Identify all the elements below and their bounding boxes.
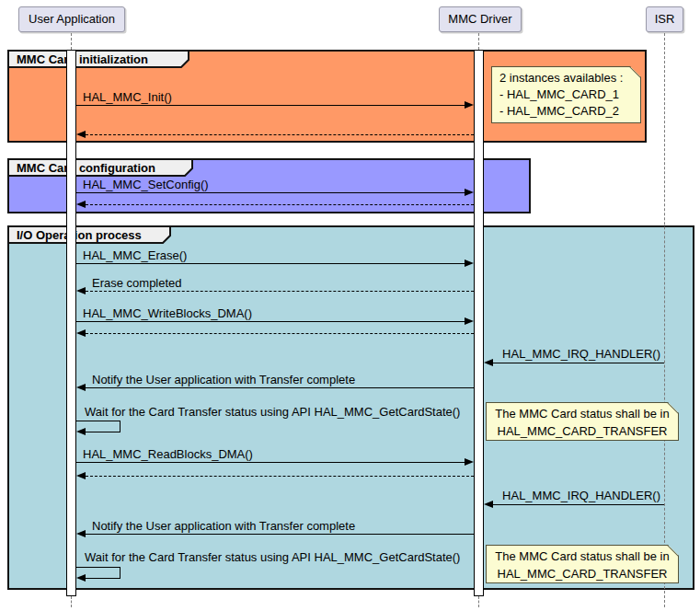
message-label: HAL_MMC_IRQ_HANDLER() — [493, 489, 660, 502]
message-label: HAL_MMC_IRQ_HANDLER() — [493, 347, 660, 361]
group-title-initialization: MMC Card initialization — [17, 52, 148, 66]
arrowhead — [465, 458, 474, 466]
participant-label: User Application — [29, 12, 115, 26]
lifeline-user-application-top — [71, 33, 72, 50]
activation-bar-user-application — [66, 50, 76, 596]
note-card-status-transfer-2: The MMC Card status shall be in HAL_MMC_… — [486, 545, 679, 583]
message-label: Wait for the Card Transfer status using … — [85, 405, 460, 419]
note-text: - HAL_MMC_CARD_2 — [499, 103, 633, 120]
participant-user-application: User Application — [18, 6, 125, 32]
message-label: Wait for the Card Transfer status using … — [85, 550, 460, 564]
lifeline-mmc-driver-bottom — [478, 596, 479, 607]
arrowhead — [76, 574, 86, 582]
message-line — [493, 504, 664, 505]
note-card-status-transfer-1: The MMC Card status shall be in HAL_MMC_… — [486, 402, 679, 441]
message-label: HAL_MMC_Erase() — [83, 248, 187, 262]
message-line — [76, 263, 465, 264]
arrowhead — [76, 201, 86, 208]
message-line — [86, 476, 474, 477]
message-line — [86, 534, 474, 535]
message-line — [493, 363, 664, 363]
message-label: HAL_MMC_WriteBlocks_DMA() — [83, 306, 252, 320]
participant-isr: ISR — [646, 6, 683, 32]
lifeline-isr — [664, 33, 665, 607]
sequence-diagram: MMC Card initialization MMC Card configu… — [0, 0, 700, 611]
self-message-side-line — [120, 567, 120, 578]
message-label: HAL_MMC_ReadBlocks_DMA() — [83, 447, 253, 461]
lifeline-user-application-bottom — [71, 596, 72, 607]
note-text: The MMC Card status shall be in — [490, 405, 674, 422]
message-line — [86, 204, 474, 205]
arrowhead — [465, 101, 474, 109]
arrowhead — [76, 472, 86, 479]
self-message-top-line — [76, 421, 120, 421]
message-label: Erase completed — [92, 276, 182, 290]
arrowhead — [465, 259, 474, 267]
message-label: HAL_MMC_SetConfig() — [83, 178, 209, 191]
note-text: 2 instances availables : — [499, 70, 633, 86]
self-message-bottom-line — [86, 432, 120, 432]
message-line — [86, 134, 474, 135]
group-title-configuration: MMC Card configuration — [17, 161, 155, 175]
arrowhead — [465, 189, 474, 196]
self-message-bottom-line — [86, 578, 120, 579]
participant-mmc-driver: MMC Driver — [439, 6, 522, 32]
participant-label: ISR — [655, 12, 675, 26]
group-title-io-process: I/O Operation process — [17, 228, 142, 242]
message-line — [86, 333, 474, 334]
message-line — [86, 291, 474, 292]
message-line — [76, 192, 465, 193]
arrowhead — [76, 329, 86, 337]
lifeline-mmc-driver-top — [478, 33, 479, 50]
arrowhead — [484, 359, 493, 366]
activation-bar-mmc-driver — [474, 50, 484, 596]
message-line — [76, 105, 465, 106]
arrowhead — [76, 428, 86, 435]
note-text: The MMC Card status shall be in — [490, 548, 674, 565]
note-text: - HAL_MMC_CARD_1 — [499, 86, 633, 103]
arrowhead — [484, 501, 493, 508]
message-label: HAL_MMC_Init() — [83, 90, 172, 104]
note-instances-available: 2 instances availables : - HAL_MMC_CARD_… — [491, 66, 641, 123]
note-text: HAL_MMC_CARD_TRANSFER — [490, 565, 674, 582]
self-message-side-line — [120, 421, 120, 432]
self-message-top-line — [76, 567, 120, 568]
arrowhead — [465, 317, 474, 325]
arrowhead — [76, 287, 86, 294]
message-line — [86, 387, 474, 388]
message-label: Notify the User application with Transfe… — [92, 519, 355, 533]
participant-label: MMC Driver — [448, 12, 511, 26]
arrowhead — [76, 530, 86, 537]
arrowhead — [76, 384, 86, 391]
message-label: Notify the User application with Transfe… — [92, 373, 355, 386]
note-text: HAL_MMC_CARD_TRANSFER — [490, 422, 674, 440]
arrowhead — [76, 131, 86, 138]
message-line — [76, 321, 465, 322]
message-line — [76, 462, 465, 463]
